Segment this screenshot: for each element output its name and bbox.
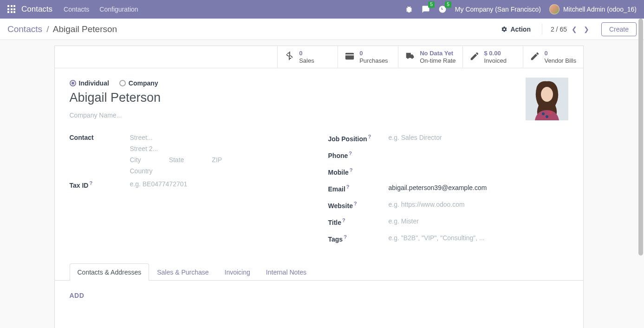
svg-point-2 (541, 87, 553, 102)
title-label: Title? (328, 217, 389, 226)
pager: 2 / 65 ❮ ❯ (542, 24, 591, 35)
svg-point-4 (549, 112, 552, 114)
stat-sales-value: 0 (299, 50, 314, 57)
pencil-square-icon (530, 51, 540, 63)
action-button[interactable]: Action (501, 26, 531, 33)
company-selector[interactable]: My Company (San Francisco) (455, 6, 541, 13)
website-input[interactable]: e.g. https://www.odoo.com (389, 201, 465, 208)
radio-company-label: Company (129, 79, 158, 87)
pager-next-icon[interactable]: ❯ (582, 24, 591, 35)
pager-text[interactable]: 2 / 65 (551, 26, 567, 33)
website-label: Website? (328, 201, 389, 210)
street2-input[interactable]: Street 2... (130, 145, 310, 152)
radio-company[interactable]: Company (119, 79, 158, 87)
tab-contacts-addresses[interactable]: Contacts & Addresses (70, 263, 150, 281)
svg-point-3 (542, 112, 545, 115)
title-input[interactable]: e.g. Mister (389, 217, 419, 225)
phone-label: Phone? (328, 151, 389, 159)
add-button[interactable]: ADD (70, 292, 85, 299)
form-sheet: 0 Sales 0 Purchases No Data Yet On-time … (54, 46, 584, 328)
tabs-row: Contacts & Addresses Sales & Purchase In… (55, 263, 583, 281)
breadcrumb-leaf: Abigail Peterson (53, 24, 117, 34)
tags-label: Tags? (328, 234, 389, 243)
tab-content: ADD (55, 281, 583, 328)
breadcrumb-sep: / (46, 24, 49, 34)
chat-icon[interactable]: 5 (422, 5, 430, 13)
street-input[interactable]: Street... (130, 134, 310, 141)
create-button[interactable]: Create (601, 22, 637, 36)
stat-vendor-bills-label: Vendor Bills (545, 57, 577, 65)
dollar-icon (284, 51, 294, 63)
stat-vendor-bills[interactable]: 0 Vendor Bills (523, 46, 583, 68)
person-photo-icon (526, 78, 568, 120)
tags-input[interactable]: e.g. "B2B", "VIP", "Consulting", ... (389, 234, 485, 242)
radio-individual[interactable]: Individual (70, 79, 109, 87)
stat-sales-label: Sales (299, 57, 314, 65)
tab-internal-notes[interactable]: Internal Notes (258, 263, 314, 281)
activity-badge: 5 (445, 1, 451, 8)
breadcrumb-bar: Contacts / Abigail Peterson Action 2 / 6… (0, 19, 644, 40)
svg-point-5 (546, 115, 548, 118)
tax-id-input[interactable]: e.g. BE0477472701 (130, 180, 188, 188)
tax-id-label: Tax ID? (70, 180, 130, 189)
contact-label: Contact (70, 134, 130, 141)
pager-prev-icon[interactable]: ❮ (570, 24, 579, 35)
apps-icon[interactable] (7, 5, 16, 13)
nav-link-configuration[interactable]: Configuration (99, 6, 138, 13)
radio-icon (119, 80, 126, 86)
stat-ontime-label: On-time Rate (420, 57, 455, 65)
top-nav: Contacts Contacts Configuration 5 5 My C… (0, 0, 644, 19)
stat-row: 0 Sales 0 Purchases No Data Yet On-time … (55, 46, 583, 68)
zip-input[interactable]: ZIP (212, 156, 222, 164)
gear-icon (501, 26, 507, 33)
contact-photo[interactable] (526, 78, 568, 120)
bug-icon[interactable] (405, 5, 413, 13)
stat-invoiced[interactable]: $ 0.00 Invoiced (462, 46, 523, 68)
breadcrumb-root[interactable]: Contacts (7, 24, 42, 34)
job-position-input[interactable]: e.g. Sales Director (389, 134, 442, 141)
country-input[interactable]: Country (130, 167, 310, 175)
stat-invoiced-label: Invoiced (484, 57, 507, 65)
email-label: Email? (328, 184, 389, 193)
contact-name[interactable]: Abigail Peterson (70, 91, 568, 105)
stat-ontime[interactable]: No Data Yet On-time Rate (398, 46, 462, 68)
mobile-label: Mobile? (328, 167, 389, 176)
job-position-label: Job Position? (328, 134, 389, 143)
radio-icon (70, 80, 76, 86)
tab-sales-purchase[interactable]: Sales & Purchase (149, 263, 216, 281)
truck-icon (405, 51, 415, 63)
pencil-square-icon (469, 51, 480, 63)
chat-badge: 5 (428, 1, 435, 8)
tab-invoicing[interactable]: Invoicing (217, 263, 258, 281)
stat-sales[interactable]: 0 Sales (277, 46, 338, 68)
user-name: Mitchell Admin (odoo_16) (563, 6, 637, 13)
stat-ontime-value: No Data Yet (420, 50, 455, 57)
stat-invoiced-value: $ 0.00 (484, 50, 507, 57)
stat-purchases[interactable]: 0 Purchases (338, 46, 398, 68)
action-label: Action (510, 26, 531, 33)
company-name-input[interactable] (70, 110, 209, 121)
user-avatar-icon (549, 4, 559, 14)
city-input[interactable]: City (130, 156, 141, 164)
stat-purchases-label: Purchases (359, 57, 388, 65)
activity-icon[interactable]: 5 (438, 5, 447, 13)
email-value[interactable]: abigail.peterson39@example.com (389, 184, 487, 191)
state-input[interactable]: State (169, 156, 184, 164)
nav-link-contacts[interactable]: Contacts (64, 6, 89, 13)
breadcrumb: Contacts / Abigail Peterson (7, 24, 117, 34)
credit-card-icon (345, 51, 355, 63)
user-menu[interactable]: Mitchell Admin (odoo_16) (549, 4, 637, 14)
stat-vendor-bills-value: 0 (545, 50, 577, 57)
scrollbar-thumb[interactable] (638, 19, 643, 256)
stat-purchases-value: 0 (359, 50, 388, 57)
radio-individual-label: Individual (79, 79, 109, 87)
app-brand: Contacts (21, 5, 52, 14)
